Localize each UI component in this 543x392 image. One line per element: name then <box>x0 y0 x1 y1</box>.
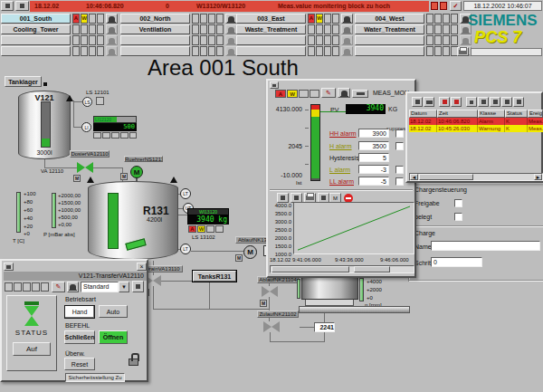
spare-bell-button[interactable] <box>341 35 353 45</box>
tanks-r131-button[interactable]: TanksR131 <box>193 271 236 282</box>
agitator-motor[interactable]: M <box>130 166 143 178</box>
area-warning-indicator[interactable]: W <box>316 14 323 24</box>
mode-dropdown[interactable]: Standard <box>81 282 119 292</box>
ack-flag-icon-button[interactable] <box>451 97 462 107</box>
area-bell-button[interactable] <box>106 14 118 24</box>
lt-tag-bottom[interactable]: LT <box>180 244 191 254</box>
valve-nk21102[interactable] <box>263 321 280 332</box>
pump-mode-box[interactable]: M <box>235 254 243 262</box>
alarm-list-icon-button[interactable] <box>412 97 423 107</box>
warning-row[interactable]: 18.12.02 10:45:26.030 Warnung K Meas.val… <box>409 125 543 132</box>
pages-icon-button[interactable] <box>15 1 29 11</box>
alarm-list-window[interactable]: Datum Zeit Klasse Status Ereignis 18.12.… <box>405 91 543 183</box>
alarm-hscrollbar[interactable]: ◄ ► <box>409 173 543 181</box>
alarm-row[interactable]: 18.12.02 10:46:06.820 Alarm K Meas.value… <box>409 118 543 125</box>
scroll-thumb[interactable] <box>419 174 473 180</box>
ll-alarm-field[interactable]: -5 <box>358 177 389 186</box>
auf-button[interactable]: Auf <box>13 342 51 356</box>
lt-tag[interactable]: LT <box>180 188 191 199</box>
schliessen-button[interactable]: Schließen <box>64 330 95 344</box>
nav-spare-button[interactable] <box>236 35 306 45</box>
nav-spare-button[interactable] <box>355 35 424 45</box>
tanklager-button[interactable]: Tanklager <box>5 76 42 87</box>
comment-icon-button[interactable] <box>466 97 477 107</box>
valve-mode-box[interactable]: M <box>73 175 81 182</box>
trend-scrollbar-segment[interactable] <box>354 266 390 272</box>
trend-scrollbar-thumb[interactable] <box>272 266 349 272</box>
nav-plant-cooling-tower[interactable]: Cooling_Tower <box>1 24 71 34</box>
weight-alarm-box[interactable]: A <box>188 225 196 233</box>
window-menu-icon-button[interactable] <box>4 263 14 271</box>
li-tag[interactable]: LI <box>81 122 91 132</box>
area-alarm-indicator[interactable]: A <box>308 14 315 24</box>
col-header-klasse[interactable]: Klasse <box>478 110 505 118</box>
nav-spare-button[interactable] <box>1 35 71 45</box>
window-menu-icon-button[interactable] <box>270 81 279 89</box>
hh-suppress-checkbox[interactable] <box>395 129 404 138</box>
spare-bell-button[interactable] <box>106 46 118 56</box>
col-header-zeit[interactable]: Zeit <box>437 110 478 118</box>
plant-bell-button[interactable] <box>341 24 353 34</box>
nav-area-003-east[interactable]: 003_East <box>236 14 306 24</box>
reset-button[interactable]: Reset <box>64 358 95 370</box>
h-suppress-checkbox[interactable] <box>395 142 404 150</box>
hand-button[interactable]: Hand <box>64 305 95 319</box>
close-button[interactable]: × <box>137 263 147 271</box>
area-warning-indicator[interactable]: W <box>81 14 88 24</box>
lock-page-icon-button[interactable] <box>490 97 500 107</box>
nav-spare-button[interactable] <box>1 46 71 56</box>
weight-warn-box[interactable]: W <box>197 225 205 233</box>
print-button[interactable] <box>457 47 469 56</box>
outlet-pump-motor[interactable]: M <box>243 245 257 259</box>
valve-faceplate-title[interactable]: V121-TransferVA12110 <box>4 272 147 281</box>
centrifuge-body[interactable] <box>301 276 358 300</box>
nav-spare-button[interactable] <box>355 46 424 56</box>
config-icon-button[interactable] <box>513 97 524 107</box>
spare-bell-button[interactable] <box>106 35 118 45</box>
charge-name-field[interactable] <box>431 241 540 251</box>
alarm-message-line[interactable]: 18.12.02 10:46:06.820 0 W13120/W13120 Me… <box>30 1 429 12</box>
ll-suppress-checkbox[interactable] <box>395 177 404 186</box>
valve-va12110[interactable] <box>77 162 93 173</box>
hh-alarm-field[interactable]: 3900 <box>358 129 389 138</box>
motor-mode-box[interactable]: M <box>120 173 128 180</box>
col-header-status[interactable]: Status <box>505 110 528 118</box>
nav-spare-button[interactable] <box>120 35 190 45</box>
pen-icon-button[interactable]: ✎ <box>321 88 336 98</box>
bell-icon-button[interactable] <box>67 282 79 292</box>
belegt-checkbox[interactable] <box>454 213 462 221</box>
help-icon-button[interactable] <box>277 193 289 203</box>
dropdown-arrow-button[interactable]: ▼ <box>119 282 129 292</box>
nav-plant-water-treatment[interactable]: Water_Treatment <box>355 24 424 34</box>
plant-bell-button[interactable] <box>106 24 118 34</box>
schritt-field[interactable]: 0 <box>431 257 482 267</box>
l-suppress-checkbox[interactable] <box>395 166 404 174</box>
area-bell-button[interactable] <box>341 14 353 24</box>
pen-icon-button[interactable]: ✎ <box>52 282 65 292</box>
nav-plant-waste-treatment[interactable]: Waste_Treatment <box>236 24 306 34</box>
alarm-lines-icon-button[interactable] <box>424 97 434 107</box>
scroll-right-button[interactable]: ► <box>534 174 542 180</box>
valve-mode-box[interactable]: M <box>260 300 267 307</box>
window-icon-button[interactable] <box>1 1 14 11</box>
faceplate-alarm-box[interactable]: A <box>275 90 286 98</box>
acknowledge-button[interactable]: ✓ <box>450 1 462 11</box>
nav-plant-ventilation[interactable]: Ventilation <box>120 24 190 34</box>
nav-area-004-west[interactable]: 004_West <box>355 14 424 24</box>
trend-plot-area[interactable] <box>293 202 414 254</box>
nav-area-002-north[interactable]: 002_North <box>120 14 190 24</box>
select-icon-button[interactable] <box>501 97 512 107</box>
nav-area-001-south[interactable]: 001_South <box>1 14 71 24</box>
ls-tag[interactable]: LS <box>82 97 92 107</box>
h-alarm-field[interactable]: 3500 <box>358 141 389 150</box>
oeffnen-button[interactable]: Öffnen <box>99 330 128 344</box>
loop-icon-button[interactable] <box>352 90 368 98</box>
meas-mon-faceplate-window[interactable]: A W ✎ MEAS_MON 4130.000 2045 -10.000 Ist… <box>266 79 416 278</box>
ack-flag-icon-button[interactable] <box>439 97 450 107</box>
area-alarm-indicator[interactable]: A <box>72 14 80 24</box>
col-header-datum[interactable]: Datum <box>409 110 437 118</box>
bell-icon-button[interactable] <box>338 88 350 98</box>
col-header-ereignis[interactable]: Ereignis <box>528 110 543 118</box>
faceplate-warn-box[interactable]: W <box>287 90 298 98</box>
filter-icon-button[interactable] <box>478 97 489 107</box>
